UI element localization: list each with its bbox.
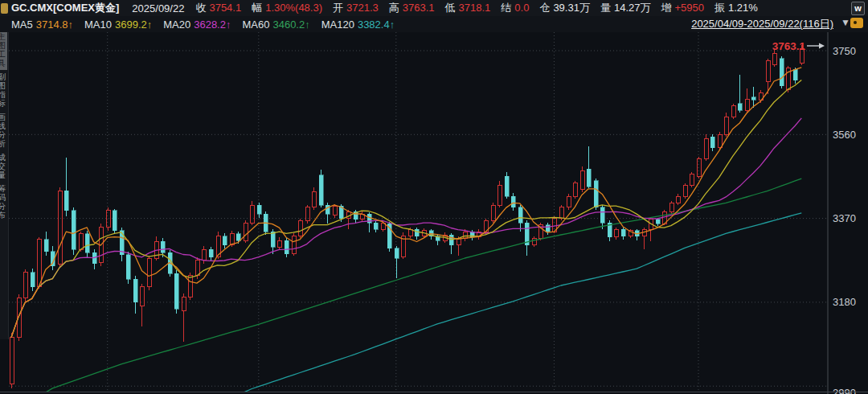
quote-field-收: 收3754.1	[195, 1, 241, 15]
tool-strip-item-5[interactable]: 筹 码 分 布	[0, 182, 7, 222]
y-axis-label-3560: 3560	[833, 129, 856, 141]
last-price-annotation: 3763.1	[772, 40, 825, 52]
gridlines	[9, 32, 828, 392]
watermark-w-icon[interactable]: w	[851, 2, 865, 15]
quote-field-仓: 仓39.31万	[539, 1, 590, 15]
quote-field-结: 结0.0	[501, 1, 529, 15]
ma-lines	[11, 68, 801, 394]
quote-field-开: 开3721.3	[333, 1, 379, 15]
tool-strip-item-2[interactable]: 副 图 指 标	[0, 70, 7, 110]
ma-legend-ma5: MA53714.8↑	[11, 18, 73, 31]
chevron-down-icon[interactable]: ▼	[841, 17, 850, 28]
y-axis-label-3370: 3370	[833, 212, 856, 224]
quote-field-增: 增+5950	[661, 1, 704, 15]
ma-line-ma10	[11, 80, 801, 337]
quote-field-低: 低3718.1	[445, 1, 491, 15]
ma-legend-ma10: MA103699.2↑	[84, 18, 152, 31]
ma-legend-ma120: MA1203382.4↑	[321, 18, 395, 31]
y-axis-label-3750: 3750	[833, 45, 856, 57]
tool-strip-item-4[interactable]: 成 交 量	[0, 150, 7, 182]
ma-legend-ma20: MA203628.2↑	[163, 18, 231, 31]
quote-bar: GC.CMX[COMEX黄金] 2025/09/22 收3754.1幅1.30%…	[0, 0, 868, 16]
ma-line-ma20	[11, 118, 801, 338]
y-axis-label-3180: 3180	[833, 296, 856, 308]
app-icon	[1, 3, 8, 14]
price-axis: 37503560337031802990	[828, 32, 856, 394]
quote-field-振: 振1.21%	[714, 1, 758, 15]
kline-window: 375035603370318029903763.1 GC.CMX[COMEX黄…	[0, 0, 868, 394]
symbol-name: GC.CMX[COMEX黄金]	[11, 1, 119, 15]
ma-line-ma60	[11, 179, 801, 394]
left-tool-strip: 图主 图 工 具副 图 指 标画 线 分 析成 交 量筹 码 分 布	[0, 16, 9, 339]
ma-items: MA53714.8↑MA103699.2↑MA203628.2↑MA603460…	[11, 18, 406, 31]
quote-field-高: 高3763.1	[389, 1, 435, 15]
ma-legend-ma60: MA603460.2↑	[242, 18, 309, 31]
y-axis-label-2990: 2990	[833, 387, 856, 394]
tool-strip-item-3[interactable]: 画 线 分 析	[0, 110, 7, 150]
tool-strip-item-1[interactable]: 主 图 工 具	[0, 30, 7, 70]
orange-badge-icon[interactable]	[850, 18, 863, 28]
quote-field-幅: 幅1.30%(48.3)	[252, 1, 322, 15]
candlestick-chart[interactable]: 375035603370318029903763.1	[0, 0, 868, 394]
quote-field-量: 量14.27万	[600, 1, 651, 15]
last-price-label: 3763.1	[772, 40, 806, 52]
ma-line-ma5	[11, 68, 801, 338]
quote-fields: 收3754.1幅1.30%(48.3)开3721.3高3763.1低3718.1…	[195, 1, 768, 15]
quote-date: 2025/09/22	[132, 2, 184, 14]
date-range-selector[interactable]: 2025/04/09-2025/09/22(116日)	[691, 17, 833, 31]
